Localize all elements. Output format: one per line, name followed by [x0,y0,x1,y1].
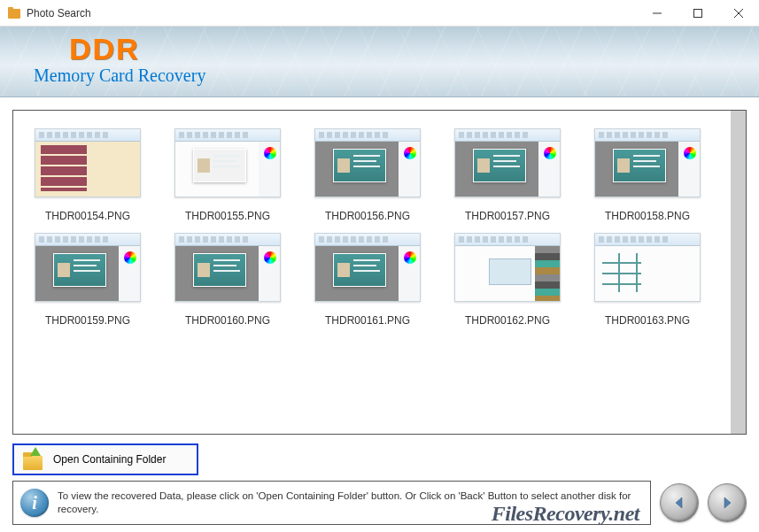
thumbnail-label: THDR00158.PNG [585,210,709,222]
maximize-button[interactable] [678,0,718,26]
window-controls [637,0,759,26]
close-button[interactable] [718,0,759,26]
thumbnail-image[interactable] [454,128,561,197]
thumbnail-item[interactable]: THDR00163.PNG [585,233,709,327]
thumbnail-label: THDR00162.PNG [445,314,569,327]
thumbnail-item[interactable]: THDR00160.PNG [166,233,290,327]
content-area: THDR00154.PNGTHDR00155.PNGTHDR00156.PNGT… [0,97,759,532]
thumbnail-item[interactable]: THDR00158.PNG [585,128,709,222]
brand-logo: DDR [69,34,743,64]
thumbnail-image[interactable] [314,233,421,302]
thumbnail-image[interactable] [594,128,701,197]
thumbnail-label: THDR00159.PNG [26,314,150,327]
svg-rect-0 [8,9,20,19]
vertical-scrollbar[interactable] [731,111,746,434]
titlebar: Photo Search [0,0,759,27]
thumbnail-image[interactable] [35,233,141,302]
thumbnail-item[interactable]: THDR00156.PNG [306,128,430,222]
thumbnail-label: THDR00154.PNG [26,210,150,222]
window-title: Photo Search [27,7,637,19]
thumbnail-item[interactable]: THDR00155.PNG [166,128,290,222]
scrollbar-thumb[interactable] [732,111,746,434]
thumbnail-image[interactable] [174,233,281,302]
footer-row: i To view the recovered Data, please cli… [12,481,747,525]
svg-rect-1 [8,7,13,10]
thumbnail-label: THDR00163.PNG [585,314,709,327]
thumbnail-image[interactable] [314,128,421,197]
thumbnail-image[interactable] [454,233,561,302]
folder-open-icon [21,449,46,470]
back-button[interactable] [660,483,699,522]
thumbnail-label: THDR00156.PNG [306,210,430,222]
forward-button[interactable] [708,483,747,522]
header-banner: DDR Memory Card Recovery [0,27,759,97]
thumbnail-label: THDR00157.PNG [445,210,569,222]
thumbnail-image[interactable] [35,128,141,197]
thumbnail-item[interactable]: THDR00159.PNG [26,233,150,327]
info-box: i To view the recovered Data, please cli… [12,481,651,525]
minimize-button[interactable] [637,0,678,26]
watermark-text: FilesRecovery.net [492,502,639,526]
thumbnail-item[interactable]: THDR00157.PNG [445,128,569,222]
open-containing-folder-button[interactable]: Open Containing Folder [12,443,198,475]
thumbnails-panel: THDR00154.PNGTHDR00155.PNGTHDR00156.PNGT… [12,110,747,435]
open-folder-label: Open Containing Folder [53,453,166,466]
thumbnail-item[interactable]: THDR00154.PNG [26,128,150,222]
thumbnail-image[interactable] [174,128,281,197]
thumbnail-label: THDR00160.PNG [166,314,290,327]
thumbnail-item[interactable]: THDR00162.PNG [445,233,569,327]
thumbnail-label: THDR00161.PNG [306,314,430,327]
app-icon [7,6,21,20]
thumbnail-image[interactable] [594,233,701,302]
thumbnail-label: THDR00155.PNG [166,210,290,222]
thumbnails-scroll-area[interactable]: THDR00154.PNGTHDR00155.PNGTHDR00156.PNGT… [13,111,731,434]
thumbnail-item[interactable]: THDR00161.PNG [306,233,430,327]
product-name: Memory Card Recovery [34,66,743,86]
svg-rect-3 [694,9,702,17]
info-icon: i [20,489,49,517]
